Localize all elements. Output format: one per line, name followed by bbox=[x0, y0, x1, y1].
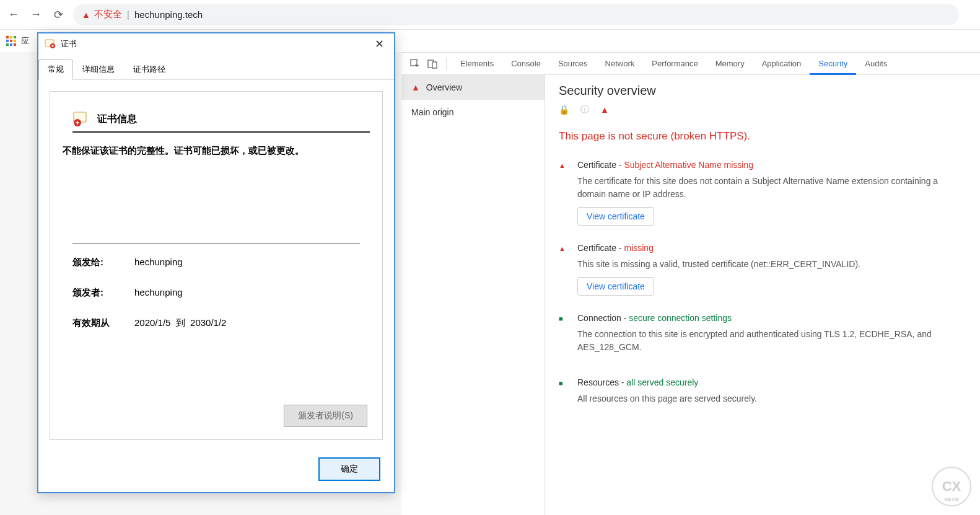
tab-network[interactable]: Network bbox=[597, 53, 644, 75]
forward-button[interactable]: → bbox=[28, 7, 43, 22]
url-text: hechunping.tech bbox=[134, 9, 203, 20]
block-description: All resources on this page are served se… bbox=[577, 392, 966, 405]
tab-application[interactable]: Application bbox=[753, 53, 810, 75]
dialog-title: 证书 bbox=[61, 38, 371, 50]
view-certificate-button[interactable]: View certificate bbox=[577, 277, 654, 296]
tab-performance[interactable]: Performance bbox=[643, 53, 706, 75]
warning-triangle-icon: ▲ bbox=[600, 105, 609, 115]
not-secure-label: 不安全 bbox=[94, 9, 122, 20]
cert-body: 证书信息 不能保证该证书的完整性。证书可能已损坏，或已被更改。 颁发给: hec… bbox=[50, 91, 383, 440]
tab-memory[interactable]: Memory bbox=[707, 53, 753, 75]
tab-separator bbox=[446, 58, 447, 70]
security-headline: This page is not secure (broken HTTPS). bbox=[559, 130, 966, 143]
warning-triangle-icon: ▲ bbox=[559, 160, 566, 226]
tab-sources[interactable]: Sources bbox=[549, 53, 597, 75]
block-title: Certificate - missing bbox=[577, 243, 966, 253]
sidebar-overview-label: Overview bbox=[426, 82, 462, 92]
reload-button[interactable]: ⟳ bbox=[51, 7, 66, 22]
sidebar-item-main-origin[interactable]: Main origin bbox=[401, 100, 545, 125]
cert-tabs: 常规详细信息证书路径 bbox=[38, 55, 394, 80]
block-title: Resources - all served securely bbox=[577, 377, 966, 387]
block-description: This site is missing a valid, trusted ce… bbox=[577, 258, 966, 271]
validity-label: 有效期从 bbox=[72, 317, 134, 329]
issued-by-label: 颁发者: bbox=[72, 287, 134, 299]
security-block-2: ■Connection - secure connection settings… bbox=[559, 313, 966, 360]
security-overview-title: Security overview bbox=[559, 84, 966, 98]
issued-by-value: hechunping bbox=[134, 287, 183, 299]
security-status-icons: 🔒 ⓘ ▲ bbox=[559, 104, 966, 115]
security-block-1: ▲Certificate - missingThis site is missi… bbox=[559, 243, 966, 296]
apps-icon[interactable] bbox=[6, 36, 16, 46]
dialog-titlebar[interactable]: 证书 ✕ bbox=[38, 33, 394, 55]
dialog-footer: 确定 bbox=[38, 451, 394, 492]
cert-warning-text: 不能保证该证书的完整性。证书可能已损坏，或已被更改。 bbox=[63, 145, 370, 157]
security-overview-content: Security overview 🔒 ⓘ ▲ This page is not… bbox=[545, 75, 980, 515]
tab-elements[interactable]: Elements bbox=[452, 53, 502, 75]
bookmark-item[interactable]: 应 bbox=[21, 35, 29, 46]
warning-triangle-icon: ▲ bbox=[411, 82, 420, 92]
cert-validity-row: 有效期从 2020/1/5 到 2030/1/2 bbox=[72, 317, 360, 329]
security-sidebar: ▲ Overview Main origin bbox=[401, 75, 545, 515]
cert-issued-to-row: 颁发给: hechunping bbox=[72, 257, 360, 268]
validity-to-word: 到 bbox=[176, 317, 185, 328]
browser-toolbar: ← → ⟳ ▲ 不安全 | hechunping.tech bbox=[0, 0, 980, 30]
warning-triangle-icon: ▲ bbox=[82, 10, 90, 20]
issued-to-value: hechunping bbox=[134, 257, 183, 268]
secure-square-icon: ■ bbox=[559, 377, 566, 412]
security-block-3: ■Resources - all served securelyAll reso… bbox=[559, 377, 966, 412]
close-button[interactable]: ✕ bbox=[371, 37, 388, 51]
block-title: Connection - secure connection settings bbox=[577, 313, 966, 323]
security-block-0: ▲Certificate - Subject Alternative Name … bbox=[559, 160, 966, 226]
info-icon: ⓘ bbox=[580, 104, 589, 115]
tab-console[interactable]: Console bbox=[502, 53, 549, 75]
block-title: Certificate - Subject Alternative Name m… bbox=[577, 160, 966, 170]
tab-audits[interactable]: Audits bbox=[856, 53, 896, 75]
certificate-badge-icon bbox=[72, 110, 90, 128]
certificate-icon bbox=[45, 38, 56, 50]
svg-rect-2 bbox=[432, 62, 437, 68]
tab-security[interactable]: Security bbox=[810, 53, 856, 75]
cert-info-header: 证书信息 bbox=[97, 113, 137, 126]
back-button[interactable]: ← bbox=[6, 7, 21, 22]
validity-from: 2020/1/5 bbox=[134, 317, 170, 328]
validity-to: 2030/1/2 bbox=[190, 317, 226, 328]
inspect-element-icon[interactable] bbox=[406, 55, 424, 73]
cert-divider bbox=[72, 244, 360, 244]
sidebar-main-origin-label: Main origin bbox=[411, 107, 453, 117]
sidebar-item-overview[interactable]: ▲ Overview bbox=[401, 75, 545, 100]
devtools-panel: ElementsConsoleSourcesNetworkPerformance… bbox=[401, 52, 980, 515]
cert-tab-2[interactable]: 证书路径 bbox=[124, 59, 175, 79]
watermark-small: 创新互联 bbox=[944, 497, 959, 503]
device-toolbar-icon[interactable] bbox=[424, 55, 441, 73]
watermark-big: CX bbox=[942, 478, 961, 495]
issued-to-label: 颁发给: bbox=[72, 257, 134, 268]
issuer-statement-button[interactable]: 颁发者说明(S) bbox=[284, 405, 367, 427]
secure-square-icon: ■ bbox=[559, 313, 566, 360]
devtools-tabbar: ElementsConsoleSourcesNetworkPerformance… bbox=[401, 53, 980, 75]
lock-icon: 🔒 bbox=[559, 105, 569, 115]
not-secure-indicator[interactable]: ▲ 不安全 bbox=[82, 9, 122, 20]
url-divider: | bbox=[127, 9, 129, 20]
cert-tab-1[interactable]: 详细信息 bbox=[73, 59, 124, 79]
cert-issued-by-row: 颁发者: hechunping bbox=[72, 287, 360, 299]
watermark-logo: CX 创新互联 bbox=[932, 467, 971, 506]
ok-button[interactable]: 确定 bbox=[318, 457, 380, 481]
block-description: The certificate for this site does not c… bbox=[577, 175, 966, 201]
cert-tab-0[interactable]: 常规 bbox=[38, 59, 73, 80]
block-description: The connection to this site is encrypted… bbox=[577, 328, 966, 354]
address-bar[interactable]: ▲ 不安全 | hechunping.tech bbox=[73, 4, 959, 25]
view-certificate-button[interactable]: View certificate bbox=[577, 207, 654, 226]
warning-triangle-icon: ▲ bbox=[559, 243, 566, 296]
certificate-dialog: 证书 ✕ 常规详细信息证书路径 证书信息 不能保证该证书的完整性。证书可能已损坏… bbox=[37, 32, 395, 493]
